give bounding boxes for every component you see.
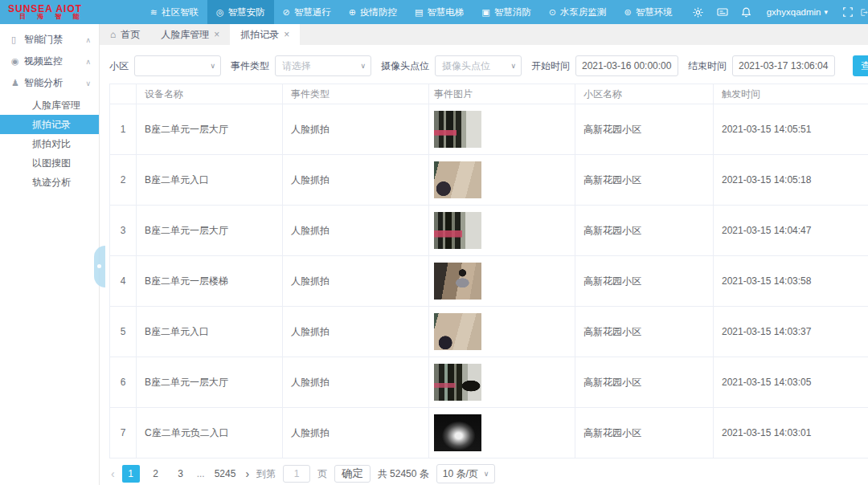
nav-item-水泵房监测[interactable]: ⊙水泵房监测 [540, 0, 616, 24]
app-logo: SUNSEA AIOT 日 海 智 能 [0, 4, 121, 21]
page-size-select[interactable]: 10 条/页 ∨ [436, 464, 496, 483]
cell-event-type: 人脸抓拍 [283, 256, 429, 307]
page-button-1[interactable]: 1 [122, 465, 140, 483]
jump-page-input[interactable] [283, 465, 310, 483]
page-button-2[interactable]: 2 [147, 465, 165, 483]
sidebar-group-智能分析[interactable]: ♟智能分析∨ [0, 72, 99, 94]
row-index: 5 [110, 307, 137, 357]
camera-select[interactable]: 摄像头点位 ∨ [435, 55, 522, 76]
start-time-input[interactable] [575, 55, 678, 76]
sidebar-collapse-handle[interactable] [94, 246, 105, 287]
topbar-nav: ≋社区智联◎智慧安防⊘智慧通行⊕疫情防控▤智慧电梯▣智慧消防⊙水泵房监测⊚智慧环… [141, 0, 682, 24]
nav-item-智慧环境[interactable]: ⊚智慧环境 [615, 0, 681, 24]
water-pump-icon: ⊙ [549, 7, 556, 18]
page-size-value: 10 条/页 [443, 467, 478, 481]
notification-bell-icon[interactable] [735, 0, 759, 24]
cell-event-type: 人脸抓拍 [283, 307, 429, 357]
pagination: ‹ 123...5245 › 到第 页 确定 共 52450 条 10 条/页 … [109, 459, 868, 483]
user-menu[interactable]: gxhyxqadmin ▾ [759, 7, 836, 17]
cell-community-name: 高新花园小区 [575, 104, 714, 155]
table-header: 设备名称 事件类型 事件图片 小区名称 触发时间 [110, 84, 868, 104]
sidebar-group-label: 智能门禁 [24, 33, 85, 47]
sidebar-item-轨迹分析[interactable]: 轨迹分析 [0, 173, 99, 192]
cell-device-name: C座二单元负二入口 [137, 408, 283, 459]
logout-icon[interactable] [860, 0, 868, 24]
cell-device-name: B座二单元入口 [137, 155, 283, 206]
next-page-icon[interactable]: › [245, 467, 249, 480]
event-snapshot-image[interactable] [434, 263, 481, 300]
nav-item-label: 水泵房监测 [560, 6, 607, 18]
page-button-5245[interactable]: 5245 [212, 465, 239, 483]
sidebar-group-视频监控[interactable]: ◉视频监控∧ [0, 51, 99, 72]
sidebar-item-抓拍记录[interactable]: 抓拍记录 [0, 115, 99, 134]
settings-gear-icon[interactable] [686, 0, 710, 24]
event-snapshot-image[interactable] [434, 212, 481, 249]
page-button-3[interactable]: 3 [172, 465, 190, 483]
prev-page-icon[interactable]: ‹ [111, 467, 115, 480]
table-row: 6B座二单元一层大厅人脸抓拍高新花园小区2021-03-15 14:03:05 [110, 357, 868, 408]
records-table: 设备名称 事件类型 事件图片 小区名称 触发时间 1B座二单元一层大厅人脸抓拍高… [109, 84, 868, 459]
cell-community-name: 高新花园小区 [575, 357, 714, 408]
chevron-up-icon: ∧ [85, 36, 91, 44]
cell-event-image [429, 357, 575, 408]
event-snapshot-image[interactable] [434, 414, 481, 451]
chevron-down-icon: ∨ [210, 62, 215, 70]
sidebar-group-智能门禁[interactable]: ▯智能门禁∧ [0, 29, 99, 51]
table-row: 7C座二单元负二入口人脸抓拍高新花园小区2021-03-15 14:03:01 [110, 408, 868, 459]
table-row: 5B座二单元入口人脸抓拍高新花园小区2021-03-15 14:03:37 [110, 307, 868, 357]
sidebar-item-人脸库管理[interactable]: 人脸库管理 [0, 96, 99, 115]
total-count-label: 共 52450 条 [378, 467, 429, 481]
header-index [110, 84, 137, 104]
confirm-button[interactable]: 确定 [334, 465, 371, 483]
row-index: 6 [110, 357, 137, 408]
row-index: 3 [110, 206, 137, 256]
nav-item-label: 智慧环境 [636, 6, 673, 18]
close-icon[interactable]: × [214, 29, 219, 40]
search-button[interactable]: 查询 [853, 55, 868, 76]
topbar-icons [686, 0, 759, 24]
end-time-input[interactable] [732, 55, 835, 76]
chevron-down-icon: ▾ [824, 8, 828, 16]
event-type-select[interactable]: 请选择 ∨ [275, 55, 371, 76]
nav-item-智慧电梯[interactable]: ▤智慧电梯 [406, 0, 473, 24]
home-icon: ⌂ [110, 29, 116, 40]
nav-item-智慧安防[interactable]: ◎智慧安防 [207, 0, 274, 24]
event-snapshot-image[interactable] [434, 364, 481, 401]
tab-label: 首页 [121, 28, 140, 42]
cell-device-name: B座二单元入口 [137, 307, 283, 357]
tab-首页[interactable]: ⌂首页 [100, 24, 150, 45]
close-icon[interactable]: × [284, 29, 289, 40]
tab-label: 人脸库管理 [161, 28, 209, 42]
nav-item-疫情防控[interactable]: ⊕疫情防控 [340, 0, 406, 24]
cell-community-name: 高新花园小区 [575, 155, 714, 206]
event-type-label: 事件类型 [231, 59, 269, 73]
fullscreen-icon[interactable] [836, 0, 860, 24]
cell-event-type: 人脸抓拍 [283, 206, 429, 256]
security-shield-icon: ◎ [216, 7, 224, 18]
tab-抓拍记录[interactable]: 抓拍记录× [230, 24, 300, 45]
table-row: 3B座二单元一层大厅人脸抓拍高新花园小区2021-03-15 14:04:47 [110, 206, 868, 256]
sidebar-item-抓拍对比[interactable]: 抓拍对比 [0, 134, 99, 153]
chevron-down-icon: ∨ [510, 62, 516, 70]
tab-人脸库管理[interactable]: 人脸库管理× [150, 24, 230, 45]
sidebar-item-以图搜图[interactable]: 以图搜图 [0, 153, 99, 173]
row-index: 1 [110, 104, 137, 155]
sidebar-group-label: 智能分析 [24, 76, 85, 90]
jump-label: 到第 [256, 467, 276, 481]
sidebar: ▯智能门禁∧◉视频监控∧♟智能分析∨人脸库管理抓拍记录抓拍对比以图搜图轨迹分析 [0, 24, 100, 485]
event-snapshot-image[interactable] [434, 111, 481, 148]
fire-safety-icon: ▣ [481, 7, 489, 18]
nav-item-社区智联[interactable]: ≋社区智联 [141, 0, 207, 24]
cell-trigger-time: 2021-03-15 14:04:47 [714, 206, 868, 256]
cell-device-name: B座二单元一层楼梯 [137, 256, 283, 307]
community-select[interactable]: ∨ [134, 55, 221, 76]
nav-item-label: 社区智联 [162, 6, 199, 18]
cell-event-image [429, 256, 575, 307]
event-snapshot-image[interactable] [434, 161, 481, 198]
nav-item-智慧消防[interactable]: ▣智慧消防 [473, 0, 539, 24]
event-snapshot-image[interactable] [434, 313, 481, 350]
nav-item-智慧通行[interactable]: ⊘智慧通行 [274, 0, 340, 24]
chevron-down-icon: ∨ [360, 62, 366, 70]
cell-event-type: 人脸抓拍 [283, 155, 429, 206]
message-card-icon[interactable] [710, 0, 735, 24]
